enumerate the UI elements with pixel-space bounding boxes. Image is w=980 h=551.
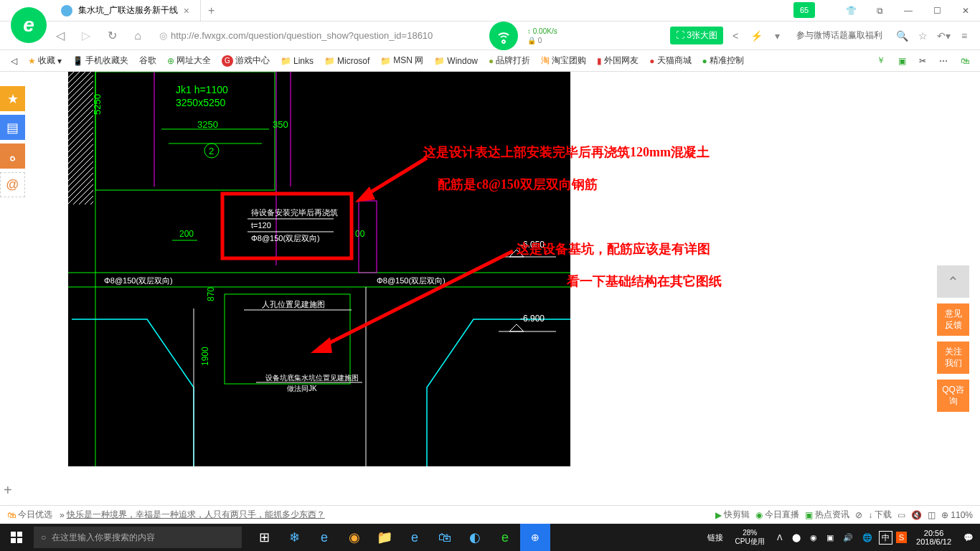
cad-label2: 设备坑底集水坑位置见建施图: [265, 374, 359, 382]
score-badge[interactable]: 65: [793, 2, 815, 18]
follow-button[interactable]: 关注我们: [937, 342, 969, 374]
new-tab-button[interactable]: +: [201, 4, 222, 17]
bookmark-item[interactable]: ⊕网址大全: [164, 55, 215, 67]
bookmark-item[interactable]: 📱手机收藏夹: [69, 55, 132, 67]
ime-icon[interactable]: 中: [879, 531, 892, 545]
add-widget-button[interactable]: +: [4, 482, 12, 499]
image-count-button[interactable]: ⛶ 3张大图: [670, 27, 723, 44]
edge-icon[interactable]: e: [309, 524, 339, 551]
bookmark-item[interactable]: ●品牌打折: [485, 55, 534, 67]
browser-tab[interactable]: 集水坑_广联达服务新干线 ×: [50, 0, 201, 22]
bookmark-tool-icon[interactable]: ✂: [915, 55, 930, 67]
annotation-1: 这是设计表达上部安装完毕后再浇筑120mm混凝土: [423, 143, 710, 161]
history-icon[interactable]: ↶▾: [935, 27, 952, 44]
live-today[interactable]: ◉今日直播: [755, 509, 799, 521]
tray-icon[interactable]: ▣: [824, 533, 837, 542]
notification-icon[interactable]: 💬: [961, 533, 976, 542]
mute-icon[interactable]: 🔇: [911, 510, 922, 520]
tray-icon[interactable]: ◉: [807, 533, 820, 542]
restore-button[interactable]: ⧉: [865, 0, 894, 22]
bookmark-item[interactable]: 📁Window: [430, 56, 481, 66]
cpu-meter[interactable]: 28% CPU使用: [730, 529, 771, 547]
minimize-button[interactable]: —: [894, 0, 923, 22]
volume-icon[interactable]: 🔊: [840, 533, 856, 542]
download-icon[interactable]: ↓ 下载: [868, 509, 892, 521]
qq-button[interactable]: QQ咨询: [937, 380, 969, 412]
store-icon[interactable]: 🛍: [430, 524, 460, 551]
weibo-promo[interactable]: 参与微博话题赢取福利: [789, 29, 890, 42]
url-input[interactable]: ◎ http://e.fwxgx.com/question/question_s…: [154, 26, 484, 46]
cad-box-line2: t=120: [251, 221, 271, 230]
browser-logo[interactable]: e: [11, 7, 47, 43]
bookmark-item[interactable]: 淘淘宝团购: [537, 55, 590, 67]
home-button[interactable]: ⌂: [128, 26, 148, 46]
hot-news[interactable]: ▣热点资讯: [805, 509, 849, 521]
bookmark-item[interactable]: ▮外国网友: [593, 55, 642, 67]
bookmark-item[interactable]: 📁Links: [277, 56, 317, 66]
bookmark-tool-icon[interactable]: 🛍: [957, 55, 973, 67]
zoom-level[interactable]: ⊕ 110%: [941, 510, 973, 520]
dropdown-icon[interactable]: ▾: [768, 27, 786, 44]
widget-weibo[interactable]: ه: [0, 143, 25, 169]
taskbar-clock[interactable]: 20:56 2018/6/12: [910, 529, 957, 546]
task-view-icon[interactable]: ⊞: [249, 524, 279, 551]
bookmark-item[interactable]: ●精准控制: [699, 55, 748, 67]
quote-ticker[interactable]: » 快乐是一种境界，幸福是一种追求，人只有两只手，能抓多少东西？: [60, 509, 325, 521]
today-picks[interactable]: 🛍今日优选: [7, 509, 52, 521]
flash-icon[interactable]: ⚡: [748, 27, 765, 44]
pip-icon[interactable]: ▭: [897, 510, 905, 520]
skin-button[interactable]: 👕: [837, 0, 865, 22]
tool-icon[interactable]: ◫: [928, 510, 936, 520]
app-icon[interactable]: ❄: [279, 524, 309, 551]
share-icon[interactable]: <: [727, 27, 744, 44]
reload-button[interactable]: ↻: [102, 26, 122, 46]
bookmark-tool-icon[interactable]: ⋯: [936, 55, 951, 67]
widget-news[interactable]: ▤: [0, 115, 25, 140]
cad-rebar1: Φ8@150(双层双向): [104, 276, 173, 285]
app-icon[interactable]: ⊕: [520, 524, 550, 551]
start-button[interactable]: [0, 524, 32, 551]
bookmark-tool-icon[interactable]: ▣: [895, 55, 910, 67]
link-label[interactable]: 链接: [705, 532, 726, 543]
bookmark-item[interactable]: ●天猫商城: [646, 55, 694, 67]
bookmark-item[interactable]: G游戏中心: [218, 55, 273, 67]
bookmark-tool-icon[interactable]: ￥: [873, 55, 889, 67]
bookmark-item[interactable]: 📁Microsof: [321, 56, 373, 66]
search-icon[interactable]: 🔍: [893, 27, 910, 44]
cad-rebar2: Φ8@150(双层双向): [377, 276, 446, 285]
widget-favorite[interactable]: ★: [0, 86, 25, 111]
bookmark-item[interactable]: 谷歌: [136, 55, 160, 67]
speed-indicator: ↕ 0.00K/s 🔒 0: [524, 27, 561, 44]
ie-icon[interactable]: e: [400, 524, 430, 551]
close-window-button[interactable]: ✕: [951, 0, 980, 22]
scroll-top-button[interactable]: ⌃: [937, 265, 969, 298]
back-button[interactable]: ◁: [50, 26, 70, 46]
quick-edit[interactable]: ▶快剪辑: [715, 509, 750, 521]
folder-icon[interactable]: 📁: [369, 524, 400, 551]
forward-button[interactable]: ▷: [76, 26, 96, 46]
bookmark-item[interactable]: 📁MSN 网: [377, 55, 427, 67]
bookmark-nav-left[interactable]: ◁: [7, 56, 21, 66]
bookmark-favorites[interactable]: ★收藏 ▾: [24, 55, 65, 67]
app-icon[interactable]: ◉: [339, 524, 369, 551]
taskbar-search[interactable]: ○ 在这里输入你要搜索的内容: [34, 527, 242, 548]
star-icon[interactable]: ☆: [914, 27, 931, 44]
cad-dim1: 3250x5250: [176, 97, 226, 108]
widget-at[interactable]: @: [0, 172, 25, 197]
wifi-icon[interactable]: [489, 22, 518, 50]
svg-marker-23: [311, 337, 332, 353]
network-icon[interactable]: 🌐: [859, 533, 875, 542]
360-browser-icon[interactable]: e: [490, 524, 520, 551]
maximize-button[interactable]: ☐: [923, 0, 951, 22]
block-icon[interactable]: ⊘: [855, 510, 862, 520]
tab-close-button[interactable]: ×: [184, 5, 189, 17]
tray-icon[interactable]: ⬤: [789, 533, 804, 542]
sogou-icon[interactable]: S: [896, 532, 907, 543]
feedback-button[interactable]: 意见反馈: [937, 303, 969, 336]
annotation-3: 这是设备基坑，配筋应该是有详图: [517, 240, 710, 258]
tray-up-icon[interactable]: ᐱ: [774, 533, 786, 542]
svg-rect-0: [68, 72, 93, 204]
menu-icon[interactable]: ≡: [956, 27, 973, 44]
app-icon[interactable]: ◐: [460, 524, 490, 551]
status-bar: 🛍今日优选 » 快乐是一种境界，幸福是一种追求，人只有两只手，能抓多少东西？ ▶…: [0, 505, 980, 524]
